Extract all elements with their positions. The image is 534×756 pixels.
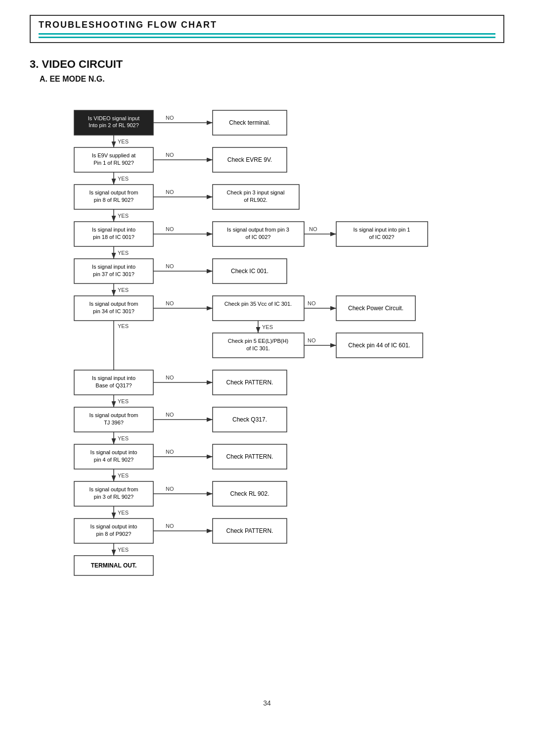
- svg-text:YES: YES: [118, 287, 129, 293]
- svg-text:YES: YES: [118, 547, 129, 553]
- svg-text:Is signal output from pin 3: Is signal output from pin 3: [227, 227, 289, 233]
- svg-text:YES: YES: [118, 435, 129, 441]
- svg-text:Check pin 5 EE(L)/PB(H): Check pin 5 EE(L)/PB(H): [228, 338, 288, 344]
- svg-text:Check pin 44 of IC 601.: Check pin 44 of IC 601.: [348, 342, 410, 349]
- header-title: TROUBLESHOOTING FLOW CHART: [39, 20, 217, 30]
- svg-text:YES: YES: [118, 323, 129, 329]
- svg-text:YES: YES: [118, 213, 129, 219]
- svg-text:Is signal output from: Is signal output from: [89, 486, 138, 492]
- svg-text:TERMINAL OUT.: TERMINAL OUT.: [91, 562, 136, 569]
- page-number: 34: [30, 699, 504, 707]
- svg-text:of IC 002?: of IC 002?: [246, 234, 271, 240]
- svg-text:Check pin 3 input signal: Check pin 3 input signal: [227, 189, 285, 195]
- svg-text:pin 3 of RL 902?: pin 3 of RL 902?: [94, 494, 134, 500]
- svg-text:Is signal output into: Is signal output into: [90, 523, 137, 529]
- svg-text:pin 8 of RL 902?: pin 8 of RL 902?: [94, 197, 134, 203]
- section-title: 3. VIDEO CIRCUIT: [30, 58, 504, 71]
- svg-text:NO: NO: [166, 189, 174, 195]
- svg-text:Check Q317.: Check Q317.: [232, 416, 267, 423]
- svg-text:Is signal output from: Is signal output from: [89, 189, 138, 195]
- svg-text:pin 34 of IC 301?: pin 34 of IC 301?: [93, 308, 134, 314]
- flowchart: Is VIDEO signal input Into pin 2 of RL 9…: [30, 95, 504, 679]
- svg-text:YES: YES: [118, 510, 129, 516]
- svg-text:Is signal input into: Is signal input into: [92, 227, 135, 233]
- svg-text:YES: YES: [118, 250, 129, 256]
- svg-text:Is signal output from: Is signal output from: [89, 301, 138, 307]
- svg-text:Into pin 2 of RL 902?: Into pin 2 of RL 902?: [89, 122, 139, 128]
- svg-text:NO: NO: [166, 115, 174, 121]
- svg-text:of IC 002?: of IC 002?: [369, 234, 395, 240]
- svg-rect-59: [213, 296, 304, 321]
- svg-text:Base of Q317?: Base of Q317?: [95, 382, 132, 388]
- svg-text:YES: YES: [118, 176, 129, 182]
- svg-text:YES: YES: [262, 324, 273, 330]
- svg-text:Pin 1 of RL 902?: Pin 1 of RL 902?: [93, 160, 134, 166]
- svg-text:Check RL 902.: Check RL 902.: [230, 490, 269, 497]
- header-bar: TROUBLESHOOTING FLOW CHART: [30, 15, 504, 43]
- svg-text:TJ 396?: TJ 396?: [104, 420, 124, 425]
- svg-text:NO: NO: [166, 226, 174, 232]
- svg-text:Check pin 35 Vcc of IC 301.: Check pin 35 Vcc of IC 301.: [224, 301, 292, 307]
- svg-text:NO: NO: [166, 449, 174, 455]
- svg-text:pin 37 of IC 301?: pin 37 of IC 301?: [93, 271, 134, 277]
- svg-text:Is signal output from: Is signal output from: [89, 412, 138, 418]
- svg-text:Is E9V supplied at: Is E9V supplied at: [92, 152, 136, 158]
- svg-text:NO: NO: [166, 412, 174, 418]
- svg-text:NO: NO: [166, 523, 174, 529]
- svg-text:Is signal output into: Is signal output into: [90, 449, 137, 455]
- svg-text:Is signal input into pin 1: Is signal input into pin 1: [354, 227, 410, 233]
- svg-text:pin 4 of RL 902?: pin 4 of RL 902?: [94, 457, 134, 463]
- svg-text:Is signal input into: Is signal input into: [92, 264, 135, 270]
- svg-text:Is VIDEO signal input: Is VIDEO signal input: [88, 115, 140, 121]
- svg-text:Check IC 001.: Check IC 001.: [231, 268, 268, 275]
- svg-text:Check PATTERN.: Check PATTERN.: [226, 379, 273, 386]
- svg-text:YES: YES: [118, 139, 129, 144]
- svg-text:NO: NO: [166, 263, 174, 269]
- svg-text:of RL902.: of RL902.: [244, 197, 267, 203]
- page: TROUBLESHOOTING FLOW CHART 3. VIDEO CIRC…: [0, 0, 534, 756]
- svg-text:NO: NO: [166, 375, 174, 380]
- svg-text:YES: YES: [118, 472, 129, 478]
- svg-text:YES: YES: [118, 398, 129, 404]
- svg-text:Is signal input into: Is signal input into: [92, 375, 135, 381]
- svg-text:NO: NO: [309, 226, 317, 232]
- svg-text:Check EVRE 9V.: Check EVRE 9V.: [227, 156, 272, 163]
- svg-text:NO: NO: [308, 337, 316, 343]
- svg-text:Check terminal.: Check terminal.: [229, 119, 270, 126]
- svg-text:NO: NO: [308, 300, 316, 306]
- svg-text:pin 8 of P902?: pin 8 of P902?: [96, 531, 132, 537]
- svg-text:NO: NO: [166, 486, 174, 492]
- svg-text:of IC 301.: of IC 301.: [246, 345, 270, 351]
- svg-text:Check Power Circuit.: Check Power Circuit.: [348, 305, 403, 312]
- svg-text:Check PATTERN.: Check PATTERN.: [226, 453, 273, 460]
- svg-text:Check PATTERN.: Check PATTERN.: [226, 527, 273, 534]
- svg-text:NO: NO: [166, 300, 174, 306]
- svg-text:pin 18 of IC 001?: pin 18 of IC 001?: [93, 234, 134, 240]
- svg-text:NO: NO: [166, 152, 174, 158]
- subsection-title: A. EE MODE N.G.: [40, 75, 504, 84]
